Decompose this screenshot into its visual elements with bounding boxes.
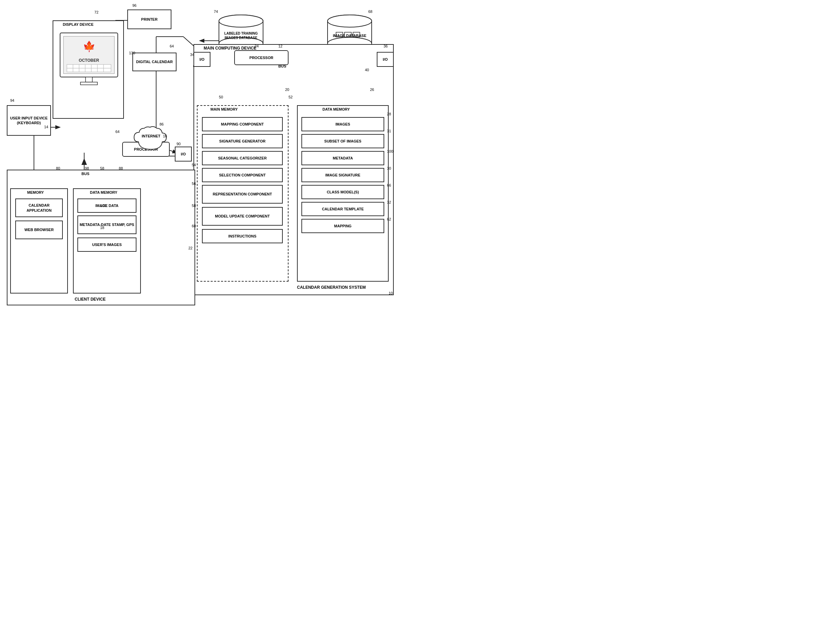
image-signature-label: IMAGE SIGNATURE: [325, 173, 360, 177]
digital-calendar-box: DIGITAL CALENDAR: [132, 53, 177, 71]
bus-main-label: BUS: [278, 64, 286, 68]
num-14: 14: [44, 125, 48, 129]
subset-of-images-label: SUBSET OF IMAGES: [324, 139, 361, 144]
image-data-box: IMAGE DATA: [77, 198, 136, 213]
num-100: 100: [387, 149, 393, 153]
num-64b: 64: [115, 130, 120, 134]
class-models-box: CLASS MODEL(S): [301, 185, 384, 199]
svg-text:🍁: 🍁: [83, 41, 96, 53]
signature-generator-label: SIGNATURE GENERATOR: [219, 139, 265, 144]
num-36: 36: [383, 44, 388, 48]
web-browser-box: WEB BROWSER: [15, 221, 63, 239]
memory-left-label: MEMORY: [27, 190, 44, 195]
users-images-label: USER'S IMAGES: [92, 242, 122, 247]
representation-component-box: REPRESENTATION COMPONENT: [202, 185, 283, 204]
num-26: 26: [370, 88, 374, 92]
num-100b: 100: [100, 204, 106, 208]
model-update-component-box: MODEL UPDATE COMPONENT: [202, 207, 283, 225]
printer-label: PRINTER: [141, 17, 158, 22]
num-72: 72: [94, 10, 98, 14]
num-31: 31: [387, 129, 391, 133]
signature-generator-box: SIGNATURE GENERATOR: [202, 134, 283, 148]
display-device-label: DISPLAY DEVICE: [63, 22, 93, 27]
num-98: 98: [85, 166, 89, 170]
metadata-box: METADATA: [301, 151, 384, 165]
num-58b: 58: [192, 204, 196, 208]
model-update-component-label: MODEL UPDATE COMPONENT: [215, 214, 270, 219]
calendar-template-label: CALENDAR TEMPLATE: [322, 207, 364, 211]
images-box: IMAGES: [301, 117, 384, 131]
metadata-date-box: METADATA-DATE STAMP, GPS: [77, 216, 136, 234]
mapping-component-label: MAPPING COMPONENT: [221, 122, 264, 127]
num-32: 32: [387, 200, 391, 204]
metadata-label: METADATA: [333, 156, 353, 161]
svg-text:OCTOBER: OCTOBER: [79, 58, 99, 63]
data-memory-left-label: DATA MEMORY: [90, 190, 117, 195]
num-30: 30: [387, 166, 391, 170]
num-20: 20: [285, 88, 289, 92]
web-browser-label: WEB BROWSER: [24, 227, 54, 232]
num-50: 50: [219, 95, 223, 99]
calendar-application-label: CALENDAR APPLICATION: [16, 203, 62, 213]
num-52: 52: [289, 95, 292, 99]
svg-point-41: [328, 15, 372, 27]
processor-main-box: PROCESSOR: [234, 50, 289, 65]
labeled-training-label: LABELED TRAINING IMAGES DATABASE: [217, 31, 265, 40]
num-16: 16: [163, 134, 167, 138]
subset-of-images-box: SUBSET OF IMAGES: [301, 134, 384, 148]
io-main-box: I/O: [193, 52, 210, 67]
user-input-device-label: USER INPUT DEVICE (KEYBOARD): [8, 116, 50, 125]
num-40: 40: [365, 68, 369, 72]
image-database-label: IMAGE DATABASE: [331, 33, 368, 38]
num-34: 34: [190, 53, 194, 57]
mapping-component-box: MAPPING COMPONENT: [202, 117, 283, 131]
internet-label: INTERNET: [138, 134, 165, 138]
num-54: 54: [192, 163, 196, 167]
num-130: 130: [129, 51, 135, 55]
num-10: 10: [389, 291, 393, 295]
calendar-application-box: CALENDAR APPLICATION: [15, 198, 63, 217]
mapping-label: MAPPING: [334, 224, 351, 228]
selection-component-box: SELECTION COMPONENT: [202, 168, 283, 182]
image-data-label: IMAGE DATA: [95, 203, 119, 208]
client-device-label: CLIENT DEVICE: [75, 297, 106, 302]
printer-box: PRINTER: [127, 10, 171, 29]
internet-cloud: INTERNET: [132, 125, 170, 152]
selection-component-label: SELECTION COMPONENT: [219, 173, 266, 177]
io-right-label: I/O: [383, 57, 388, 62]
class-models-label: CLASS MODEL(S): [327, 190, 359, 195]
num-56: 56: [192, 182, 196, 186]
num-80: 80: [56, 166, 60, 170]
instructions-label: INSTRUCTIONS: [228, 234, 257, 238]
io-right-box: I/O: [377, 52, 394, 67]
num-12: 12: [278, 44, 283, 48]
svg-point-37: [219, 15, 263, 27]
num-68: 68: [368, 10, 372, 14]
svg-rect-57: [86, 77, 92, 82]
representation-component-label: REPRESENTATION COMPONENT: [213, 192, 272, 196]
processor-main-label: PROCESSOR: [250, 55, 273, 60]
num-64a: 64: [170, 44, 174, 48]
num-60: 60: [192, 224, 196, 228]
num-24: 24: [255, 44, 259, 48]
num-22: 22: [188, 246, 192, 250]
main-memory-label: MAIN MEMORY: [210, 107, 237, 112]
num-74: 74: [214, 10, 218, 14]
num-96: 96: [132, 3, 136, 8]
seasonal-categorizer-box: SEASONAL CATEGORIZER: [202, 151, 283, 165]
display-device-box: 🍁 OCTOBER: [53, 20, 124, 119]
user-input-device-box: USER INPUT DEVICE (KEYBOARD): [7, 105, 51, 136]
svg-rect-58: [80, 82, 97, 85]
users-images-box: USER'S IMAGES: [77, 237, 136, 252]
calendar-template-box: CALENDAR TEMPLATE: [301, 202, 384, 216]
digital-calendar-label: DIGITAL CALENDAR: [136, 59, 173, 64]
io-client-box: I/O: [175, 147, 192, 162]
num-86: 86: [159, 122, 164, 126]
num-62: 62: [387, 217, 391, 221]
num-94: 94: [10, 98, 14, 102]
image-signature-box: IMAGE SIGNATURE: [301, 168, 384, 182]
metadata-date-label: METADATA-DATE STAMP, GPS: [80, 222, 135, 227]
num-90: 90: [177, 142, 180, 146]
num-66: 66: [387, 183, 391, 187]
bus-client-label: BUS: [81, 171, 89, 176]
